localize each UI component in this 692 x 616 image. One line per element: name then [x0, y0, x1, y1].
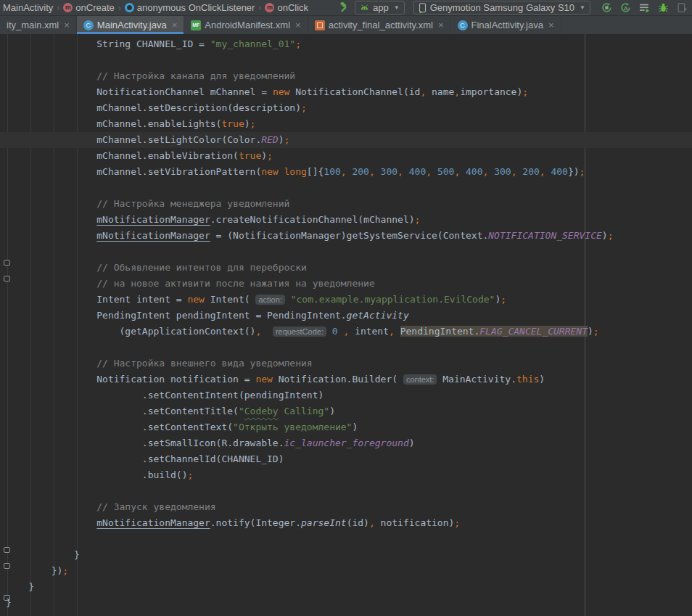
ide-window: MainActivity›monCreate›anonymous OnClick…	[0, 0, 692, 616]
build-hammer-icon[interactable]	[336, 1, 350, 15]
code-line[interactable]: mChannel.enableVibration(true);	[0, 148, 692, 164]
code-line[interactable]: }	[0, 547, 692, 563]
code-line[interactable]: mNotificationManager = (NotificationMana…	[0, 228, 692, 244]
code-indent	[6, 166, 96, 177]
code-token: }	[6, 597, 12, 608]
code-token: ,	[369, 166, 381, 177]
breadcrumb-item-onclick[interactable]: monClick	[265, 2, 308, 13]
tab-ity-main-xml[interactable]: ity_main.xml×	[0, 16, 77, 34]
code-line[interactable]: }	[0, 579, 692, 595]
code-line[interactable]: });	[0, 563, 692, 579]
apply-changes-restart-icon[interactable]	[599, 1, 614, 15]
tab-androidmanifest-xml[interactable]: MFAndroidManifest.xml×	[184, 16, 308, 34]
code-line[interactable]	[0, 340, 692, 356]
code-token: .setContentIntent(pendingIntent)	[142, 390, 324, 401]
tab-close-icon[interactable]: ×	[295, 20, 301, 30]
breadcrumb-label: MainActivity	[3, 2, 53, 13]
code-indent	[6, 262, 96, 273]
breadcrumb-item-oncreate[interactable]: monCreate	[63, 2, 114, 13]
code-token: .setContentText(	[142, 422, 233, 432]
tab-close-icon[interactable]: ×	[64, 20, 70, 30]
code-line[interactable]: // Настройка канала для уведомлений	[0, 68, 692, 84]
code-indent	[6, 469, 142, 480]
code-line[interactable]: .setSmallIcon(R.drawable.ic_launcher_for…	[0, 435, 692, 451]
code-token: }	[74, 549, 80, 560]
code-token: 400	[551, 166, 567, 177]
code-token: .createNotificationChannel(mChannel)	[210, 214, 415, 225]
tab-label: FinalActtivity.java	[471, 20, 543, 30]
code-line[interactable]: mChannel.setVibrationPattern(new long[]{…	[0, 164, 692, 180]
chevron-down-icon: ▼	[580, 4, 585, 11]
code-indent	[6, 230, 96, 241]
code-line[interactable]: // Настройка менеджера уведомлений	[0, 196, 692, 212]
code-line[interactable]: }	[0, 595, 692, 611]
code-token: // на новое активити после нажатия на ув…	[96, 278, 375, 289]
code-line[interactable]	[0, 180, 692, 196]
code-line[interactable]	[0, 244, 692, 260]
code-line[interactable]: .setChannelId(CHANNEL_ID)	[0, 451, 692, 467]
code-token: )	[602, 230, 608, 241]
breadcrumb-item-mainactivity[interactable]: MainActivity	[3, 2, 53, 13]
run-config-selector[interactable]: app ▼	[355, 1, 405, 15]
code-token: )	[329, 406, 335, 416]
code-token: ,	[426, 166, 437, 177]
code-token: importance)	[460, 86, 522, 97]
code-indent	[6, 438, 142, 448]
code-line[interactable]: .setContentTitle("Codeby Calling")	[0, 403, 692, 419]
code-line[interactable]: mNotificationManager.notify(Integer.pars…	[0, 515, 692, 531]
code-line[interactable]: // Обьявление интентов для переброски	[0, 260, 692, 276]
code-line[interactable]: // на новое активити после нажатия на ув…	[0, 276, 692, 292]
code-token: ;	[284, 134, 290, 145]
code-line[interactable]	[0, 531, 692, 547]
breadcrumb-separator: ›	[118, 3, 121, 13]
tab-close-icon[interactable]: ×	[548, 20, 554, 30]
code-line[interactable]: mChannel.enableLights(true);	[0, 116, 692, 132]
tab-finalacttivity-java[interactable]: CFinalActtivity.java×	[451, 16, 561, 34]
code-token: ;	[295, 38, 301, 49]
code-line[interactable]: PendingIntent pendingIntent = PendingInt…	[0, 308, 692, 324]
code-indent	[6, 310, 96, 321]
code-token: (getApplicationContext()	[120, 326, 256, 337]
code-line[interactable]: NotificationChannel mChannel = new Notif…	[0, 84, 692, 100]
tab-mainactivity-java[interactable]: CMainActivity.java×	[77, 16, 184, 34]
breadcrumb-item-anonymous[interactable]: anonymous OnClickListener	[125, 2, 255, 13]
code-token: )	[244, 118, 250, 129]
device-selector[interactable]: Genymotion Samsung Galaxy S10 ▼	[413, 1, 590, 15]
code-indent	[6, 565, 52, 576]
tab-activity-final-acttivity-xml[interactable]: activity_final_acttivity.xml×	[308, 16, 451, 34]
code-token: ;	[267, 150, 273, 161]
code-line[interactable]: .build();	[0, 467, 692, 483]
code-token: mChannel.enableVibration(	[96, 150, 239, 161]
code-token: "	[239, 406, 244, 416]
code-line[interactable]: String CHANNEL_ID = "my_channel_01";	[0, 36, 692, 52]
code-line[interactable]: Intent intent = new Intent( action: "com…	[0, 292, 692, 308]
code-token: )	[261, 150, 267, 161]
code-line[interactable]: mNotificationManager.createNotificationC…	[0, 212, 692, 228]
code-token: 300	[494, 166, 511, 177]
code-line[interactable]	[0, 483, 692, 499]
code-token: mChannel.setLightColor(Color.	[96, 134, 261, 145]
tab-close-icon[interactable]: ×	[172, 20, 178, 30]
code-token: 100	[324, 166, 340, 177]
code-token: // Настройка канала для уведомлений	[96, 70, 295, 81]
code-token: ,	[389, 326, 395, 337]
code-indent	[6, 358, 96, 369]
code-line[interactable]: (getApplicationContext(), requestCode: 0…	[0, 324, 692, 340]
code-line[interactable]: mChannel.setDescription(description);	[0, 100, 692, 116]
code-line[interactable]: // Настройка внешнего вида уведомления	[0, 356, 692, 371]
code-line[interactable]: Notification notification = new Notifica…	[0, 371, 692, 387]
tab-close-icon[interactable]: ×	[438, 20, 444, 30]
code-editor[interactable]: String CHANNEL_ID = "my_channel_01"; // …	[0, 34, 692, 616]
run-list-icon[interactable]	[637, 1, 651, 15]
debug-icon[interactable]	[656, 1, 670, 15]
code-line[interactable]: // Запуск уведомления	[0, 499, 692, 515]
code-line[interactable]	[0, 52, 692, 68]
code-token: this	[516, 374, 539, 385]
code-line[interactable]: .setContentText("Открыть уведомление")	[0, 419, 692, 435]
code-line[interactable]: mChannel.setLightColor(Color.RED);	[0, 132, 692, 148]
code-line[interactable]: .setContentIntent(pendingIntent)	[0, 387, 692, 403]
profiler-disabled-icon[interactable]	[675, 1, 689, 15]
apply-code-changes-icon[interactable]: A	[618, 1, 633, 15]
code-token: 400	[409, 166, 426, 177]
code-indent	[6, 549, 74, 560]
